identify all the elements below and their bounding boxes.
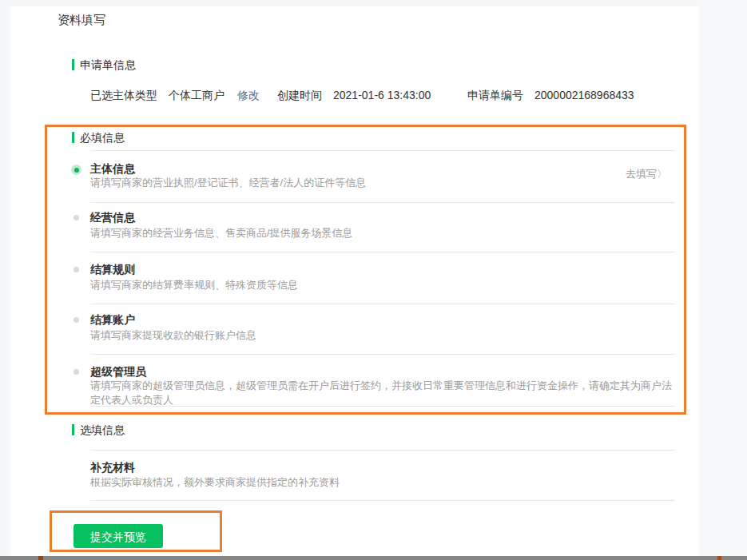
radio-unselected-icon [74, 369, 79, 375]
application-info-row: 已选主体类型个体工商户修改 [90, 87, 260, 103]
modify-link[interactable]: 修改 [237, 89, 260, 101]
divider [90, 202, 675, 203]
subject-type-value: 个体工商户 [169, 89, 224, 101]
radio-dot [74, 168, 79, 173]
required-item-title: 超级管理员 [90, 363, 146, 379]
divider [90, 450, 675, 451]
radio-unselected-icon [74, 215, 79, 220]
required-item-desc: 请填写商家的超级管理员信息，超级管理员需在开户后进行签约，并接收日常重要管理信息… [90, 379, 675, 407]
required-item-title: 主体信息 [90, 161, 135, 177]
application-number-value: 2000002168968433 [534, 89, 634, 101]
go-fill-link[interactable]: 去填写〉 [626, 167, 667, 181]
bottom-edge-notch [717, 556, 721, 560]
divider [90, 150, 675, 151]
bottom-edge-notch [38, 556, 43, 560]
page-title: 资料填写 [58, 13, 105, 28]
radio-unselected-icon [74, 267, 79, 272]
required-item-title: 经营信息 [90, 209, 135, 225]
optional-item-title: 补充材料 [90, 459, 135, 475]
section-title-application: 申请单信息 [80, 57, 136, 73]
application-number-group: 申请单编号2000002168968433 [467, 87, 634, 103]
created-time-label: 创建时间 [277, 89, 322, 101]
divider [90, 354, 675, 355]
created-time-value: 2021-01-6 13:43:00 [333, 89, 431, 101]
radio-selected-icon [71, 165, 81, 175]
application-number-label: 申请单编号 [467, 89, 523, 101]
divider [90, 500, 675, 501]
section-accent-bar [72, 59, 74, 70]
section-title-optional: 选填信息 [80, 422, 125, 438]
required-item-title: 结算规则 [90, 261, 135, 277]
section-title-required: 必填信息 [80, 129, 125, 145]
bottom-window-edge [0, 556, 747, 560]
required-item-title: 结算账户 [90, 312, 135, 328]
chevron-right-icon: 〉 [657, 168, 667, 180]
go-fill-label: 去填写 [626, 168, 657, 180]
radio-unselected-icon [74, 317, 79, 323]
required-item-desc: 请填写商家提现收款的银行账户信息 [90, 328, 256, 343]
section-accent-bar [72, 132, 74, 143]
subject-type-label: 已选主体类型 [90, 89, 157, 101]
right-gutter [699, 0, 747, 556]
screenshot-frame: 资料填写 申请单信息 已选主体类型个体工商户修改 创建时间2021-01-6 1… [0, 0, 747, 560]
submit-preview-button[interactable]: 提交并预览 [74, 524, 163, 548]
required-item-desc: 请填写商家的营业执照/登记证书、经营者/法人的证件等信息 [90, 176, 366, 190]
required-item-desc: 请填写商家的结算费率规则、特殊资质等信息 [90, 278, 298, 292]
divider [90, 406, 675, 407]
optional-item-desc: 根据实际审核情况，额外要求商家提供指定的补充资料 [90, 475, 340, 490]
required-item-desc: 请填写商家的经营业务信息、售卖商品/提供服务场景信息 [90, 226, 353, 240]
divider [90, 252, 675, 252]
section-accent-bar [72, 424, 74, 435]
created-time-group: 创建时间2021-01-6 13:43:00 [277, 87, 431, 103]
divider [90, 304, 675, 304]
